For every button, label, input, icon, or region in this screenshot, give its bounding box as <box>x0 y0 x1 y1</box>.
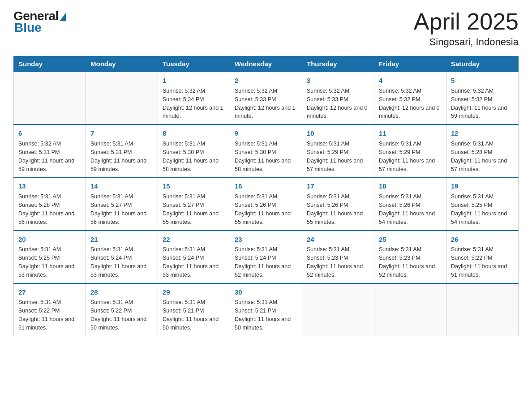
week-row-3: 13Sunrise: 5:31 AMSunset: 5:28 PMDayligh… <box>14 177 519 230</box>
day-info: Sunrise: 5:31 AMSunset: 5:23 PMDaylight:… <box>307 246 363 278</box>
day-info: Sunrise: 5:31 AMSunset: 5:24 PMDaylight:… <box>235 246 291 278</box>
calendar-cell: 19Sunrise: 5:31 AMSunset: 5:25 PMDayligh… <box>446 177 519 230</box>
day-number: 2 <box>235 76 297 86</box>
day-number: 26 <box>451 235 514 244</box>
calendar-cell: 20Sunrise: 5:31 AMSunset: 5:25 PMDayligh… <box>14 231 86 283</box>
day-info: Sunrise: 5:31 AMSunset: 5:22 PMDaylight:… <box>90 299 146 331</box>
day-number: 24 <box>307 235 369 244</box>
calendar-cell <box>374 283 446 336</box>
day-number: 21 <box>90 235 153 244</box>
calendar-table: Sunday Monday Tuesday Wednesday Thursday… <box>13 56 519 336</box>
day-number: 19 <box>451 181 514 191</box>
day-info: Sunrise: 5:31 AMSunset: 5:24 PMDaylight:… <box>90 246 146 278</box>
day-info: Sunrise: 5:31 AMSunset: 5:31 PMDaylight:… <box>90 141 146 172</box>
day-info: Sunrise: 5:32 AMSunset: 5:32 PMDaylight:… <box>451 88 507 120</box>
calendar-cell: 12Sunrise: 5:31 AMSunset: 5:28 PMDayligh… <box>446 124 519 177</box>
day-number: 5 <box>451 76 514 86</box>
week-row-1: 1Sunrise: 5:32 AMSunset: 5:34 PMDaylight… <box>14 72 519 124</box>
calendar-cell: 15Sunrise: 5:31 AMSunset: 5:27 PMDayligh… <box>158 177 230 230</box>
day-info: Sunrise: 5:31 AMSunset: 5:29 PMDaylight:… <box>379 141 435 172</box>
day-number: 16 <box>235 181 297 191</box>
day-info: Sunrise: 5:31 AMSunset: 5:26 PMDaylight:… <box>379 193 435 225</box>
page-header: General Blue April 2025 Singosari, Indon… <box>13 9 519 48</box>
calendar-cell <box>86 72 158 124</box>
day-number: 20 <box>18 235 81 244</box>
col-saturday: Saturday <box>446 56 519 72</box>
day-info: Sunrise: 5:31 AMSunset: 5:25 PMDaylight:… <box>451 193 507 225</box>
calendar-cell: 6Sunrise: 5:32 AMSunset: 5:31 PMDaylight… <box>14 124 86 177</box>
calendar-cell: 3Sunrise: 5:32 AMSunset: 5:33 PMDaylight… <box>302 72 374 124</box>
page-subtitle: Singosari, Indonesia <box>414 36 519 48</box>
day-number: 13 <box>18 181 81 191</box>
logo-blue-text: Blue <box>14 21 42 35</box>
col-tuesday: Tuesday <box>158 56 230 72</box>
day-number: 14 <box>90 181 153 191</box>
day-number: 30 <box>235 287 297 297</box>
day-info: Sunrise: 5:31 AMSunset: 5:28 PMDaylight:… <box>451 141 507 172</box>
calendar-cell: 25Sunrise: 5:31 AMSunset: 5:23 PMDayligh… <box>374 231 446 283</box>
day-number: 6 <box>18 128 81 138</box>
calendar-cell <box>446 283 519 336</box>
calendar-cell: 21Sunrise: 5:31 AMSunset: 5:24 PMDayligh… <box>86 231 158 283</box>
calendar-cell: 10Sunrise: 5:31 AMSunset: 5:29 PMDayligh… <box>302 124 374 177</box>
calendar-cell: 8Sunrise: 5:31 AMSunset: 5:30 PMDaylight… <box>158 124 230 177</box>
calendar-cell: 29Sunrise: 5:31 AMSunset: 5:21 PMDayligh… <box>158 283 230 336</box>
day-number: 12 <box>451 128 514 138</box>
calendar-cell: 17Sunrise: 5:31 AMSunset: 5:26 PMDayligh… <box>302 177 374 230</box>
calendar-cell: 9Sunrise: 5:31 AMSunset: 5:30 PMDaylight… <box>230 124 302 177</box>
calendar-cell: 30Sunrise: 5:31 AMSunset: 5:21 PMDayligh… <box>230 283 302 336</box>
day-number: 28 <box>90 287 153 297</box>
col-sunday: Sunday <box>14 56 86 72</box>
day-number: 4 <box>379 76 442 86</box>
day-number: 1 <box>163 76 225 86</box>
logo-triangle-icon <box>60 13 66 21</box>
day-info: Sunrise: 5:31 AMSunset: 5:27 PMDaylight:… <box>90 193 146 225</box>
day-number: 17 <box>307 181 369 191</box>
col-wednesday: Wednesday <box>230 56 302 72</box>
day-info: Sunrise: 5:31 AMSunset: 5:26 PMDaylight:… <box>235 193 291 225</box>
calendar-cell: 2Sunrise: 5:32 AMSunset: 5:33 PMDaylight… <box>230 72 302 124</box>
calendar-cell: 27Sunrise: 5:31 AMSunset: 5:22 PMDayligh… <box>14 283 86 336</box>
day-number: 8 <box>163 128 225 138</box>
week-row-4: 20Sunrise: 5:31 AMSunset: 5:25 PMDayligh… <box>14 231 519 283</box>
day-info: Sunrise: 5:31 AMSunset: 5:27 PMDaylight:… <box>163 193 219 225</box>
calendar-cell: 24Sunrise: 5:31 AMSunset: 5:23 PMDayligh… <box>302 231 374 283</box>
calendar-cell <box>14 72 86 124</box>
page-title: April 2025 <box>414 9 519 34</box>
day-info: Sunrise: 5:31 AMSunset: 5:23 PMDaylight:… <box>379 246 435 278</box>
calendar-cell: 14Sunrise: 5:31 AMSunset: 5:27 PMDayligh… <box>86 177 158 230</box>
day-number: 10 <box>307 128 369 138</box>
calendar-header-row: Sunday Monday Tuesday Wednesday Thursday… <box>14 56 519 72</box>
calendar-cell: 13Sunrise: 5:31 AMSunset: 5:28 PMDayligh… <box>14 177 86 230</box>
day-info: Sunrise: 5:31 AMSunset: 5:30 PMDaylight:… <box>235 141 291 172</box>
calendar-cell: 1Sunrise: 5:32 AMSunset: 5:34 PMDaylight… <box>158 72 230 124</box>
day-number: 11 <box>379 128 442 138</box>
calendar-cell: 22Sunrise: 5:31 AMSunset: 5:24 PMDayligh… <box>158 231 230 283</box>
col-friday: Friday <box>374 56 446 72</box>
day-number: 3 <box>307 76 369 86</box>
day-info: Sunrise: 5:32 AMSunset: 5:33 PMDaylight:… <box>307 88 368 120</box>
calendar-cell: 28Sunrise: 5:31 AMSunset: 5:22 PMDayligh… <box>86 283 158 336</box>
day-info: Sunrise: 5:31 AMSunset: 5:25 PMDaylight:… <box>18 246 74 278</box>
title-section: April 2025 Singosari, Indonesia <box>414 9 519 48</box>
day-info: Sunrise: 5:32 AMSunset: 5:31 PMDaylight:… <box>18 141 74 172</box>
calendar-cell: 4Sunrise: 5:32 AMSunset: 5:32 PMDaylight… <box>374 72 446 124</box>
day-info: Sunrise: 5:32 AMSunset: 5:33 PMDaylight:… <box>235 88 296 120</box>
day-number: 18 <box>379 181 442 191</box>
col-thursday: Thursday <box>302 56 374 72</box>
col-monday: Monday <box>86 56 158 72</box>
day-number: 15 <box>163 181 225 191</box>
calendar-cell: 16Sunrise: 5:31 AMSunset: 5:26 PMDayligh… <box>230 177 302 230</box>
day-number: 29 <box>163 287 225 297</box>
calendar-cell: 7Sunrise: 5:31 AMSunset: 5:31 PMDaylight… <box>86 124 158 177</box>
day-info: Sunrise: 5:31 AMSunset: 5:29 PMDaylight:… <box>307 141 363 172</box>
calendar-cell: 5Sunrise: 5:32 AMSunset: 5:32 PMDaylight… <box>446 72 519 124</box>
day-info: Sunrise: 5:32 AMSunset: 5:32 PMDaylight:… <box>379 88 440 120</box>
logo: General Blue <box>13 9 66 35</box>
day-number: 27 <box>18 287 81 297</box>
calendar-cell: 23Sunrise: 5:31 AMSunset: 5:24 PMDayligh… <box>230 231 302 283</box>
day-number: 22 <box>163 235 225 244</box>
day-info: Sunrise: 5:31 AMSunset: 5:24 PMDaylight:… <box>163 246 219 278</box>
calendar-cell: 26Sunrise: 5:31 AMSunset: 5:22 PMDayligh… <box>446 231 519 283</box>
day-info: Sunrise: 5:31 AMSunset: 5:21 PMDaylight:… <box>163 299 219 331</box>
